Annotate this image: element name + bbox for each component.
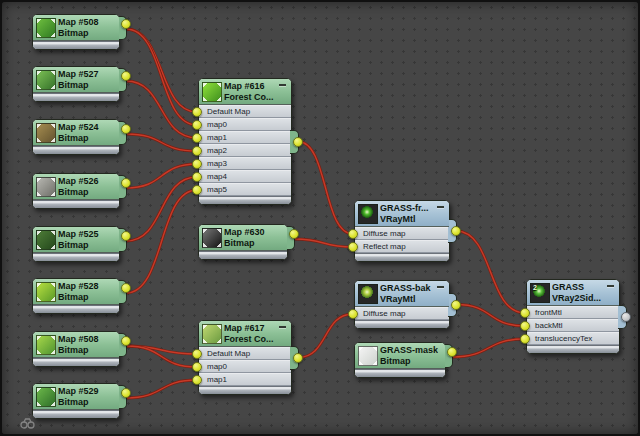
node-graph-canvas[interactable]: Map #508BitmapMap #527BitmapMap #524Bitm… — [2, 2, 638, 434]
node-header[interactable]: Map #525Bitmap — [33, 227, 119, 253]
node-footer-grip[interactable] — [33, 410, 119, 418]
node-grassfr[interactable]: GRASS-fr...VRayMtlDiffuse mapReflect map — [354, 200, 450, 262]
input-slot-default-map[interactable]: Default Map — [199, 347, 291, 360]
connection-wire[interactable] — [456, 231, 525, 313]
node-header[interactable]: Map #526Bitmap — [33, 174, 119, 200]
output-socket[interactable] — [293, 137, 303, 147]
node-header[interactable]: Map #529Bitmap — [33, 384, 119, 410]
node-map525[interactable]: Map #525Bitmap — [32, 226, 120, 262]
connection-wire[interactable] — [126, 134, 197, 151]
node-header[interactable]: 2GRASSVRay2Sid... — [527, 280, 619, 306]
input-slot-map4[interactable]: map4 — [199, 170, 291, 183]
node-header[interactable]: Map #617Forest Co... — [199, 321, 291, 347]
node-footer-grip[interactable] — [527, 345, 619, 353]
connection-wire[interactable] — [298, 314, 353, 358]
input-socket[interactable] — [192, 159, 202, 169]
node-header[interactable]: Map #524Bitmap — [33, 120, 119, 146]
node-footer-grip[interactable] — [199, 386, 291, 394]
input-slot-map1[interactable]: map1 — [199, 373, 291, 386]
input-slot-frontmtl[interactable]: frontMtl — [527, 306, 619, 319]
collapse-icon[interactable] — [279, 84, 286, 86]
output-socket[interactable] — [121, 19, 131, 29]
input-socket[interactable] — [192, 185, 202, 195]
node-footer-grip[interactable] — [33, 253, 119, 261]
connection-wire[interactable] — [126, 134, 197, 151]
output-socket[interactable] — [293, 353, 303, 363]
input-socket[interactable] — [192, 107, 202, 117]
node-grassmask[interactable]: GRASS-maskBitmap — [354, 342, 446, 378]
node-grassbak[interactable]: GRASS-bakVRayMtlDiffuse map — [354, 280, 450, 329]
input-slot-default-map[interactable]: Default Map — [199, 105, 291, 118]
connection-wire[interactable] — [126, 29, 197, 125]
input-socket[interactable] — [520, 334, 530, 344]
connection-wire[interactable] — [294, 239, 353, 247]
connection-wire[interactable] — [126, 29, 197, 112]
output-socket[interactable] — [121, 124, 131, 134]
input-socket[interactable] — [520, 308, 530, 318]
connection-wire[interactable] — [294, 239, 353, 247]
node-footer-grip[interactable] — [33, 146, 119, 154]
node-footer-grip[interactable] — [199, 251, 287, 259]
node-header[interactable]: Map #528Bitmap — [33, 279, 119, 305]
input-slot-map0[interactable]: map0 — [199, 360, 291, 373]
connection-wire[interactable] — [126, 346, 197, 354]
node-footer-grip[interactable] — [355, 253, 449, 261]
output-socket[interactable] — [121, 388, 131, 398]
connection-wire[interactable] — [126, 346, 197, 354]
connection-wire[interactable] — [126, 29, 197, 125]
input-slot-translucencytex[interactable]: translucencyTex — [527, 332, 619, 345]
connection-wire[interactable] — [126, 177, 197, 241]
output-socket[interactable] — [121, 231, 131, 241]
input-socket[interactable] — [192, 146, 202, 156]
collapse-icon[interactable] — [607, 285, 614, 287]
node-map508a[interactable]: Map #508Bitmap — [32, 14, 120, 50]
connection-wire[interactable] — [126, 190, 197, 293]
connection-wire[interactable] — [126, 190, 197, 293]
node-map508b[interactable]: Map #508Bitmap — [32, 331, 120, 367]
output-socket[interactable] — [121, 71, 131, 81]
connection-wire[interactable] — [456, 305, 525, 327]
node-grass[interactable]: 2GRASSVRay2Sid...frontMtlbackMtltransluc… — [526, 279, 620, 354]
node-map524[interactable]: Map #524Bitmap — [32, 119, 120, 155]
node-header[interactable]: GRASS-fr...VRayMtl — [355, 201, 449, 227]
node-map616[interactable]: Map #616Forest Co...Default Mapmap0map1m… — [198, 78, 292, 205]
connection-wire[interactable] — [126, 177, 197, 241]
input-slot-reflect-map[interactable]: Reflect map — [355, 240, 449, 253]
connection-wire[interactable] — [298, 142, 353, 235]
node-footer-grip[interactable] — [199, 196, 291, 204]
input-socket[interactable] — [192, 362, 202, 372]
input-socket[interactable] — [192, 349, 202, 359]
output-socket[interactable] — [121, 178, 131, 188]
output-socket[interactable] — [121, 283, 131, 293]
connection-wire[interactable] — [126, 164, 197, 188]
connection-wire[interactable] — [126, 29, 197, 112]
node-map529[interactable]: Map #529Bitmap — [32, 383, 120, 419]
node-footer-grip[interactable] — [33, 305, 119, 313]
output-socket[interactable] — [447, 347, 457, 357]
connection-wire[interactable] — [126, 380, 197, 398]
output-socket[interactable] — [121, 336, 131, 346]
connection-wire[interactable] — [126, 81, 197, 138]
connection-wire[interactable] — [456, 231, 525, 313]
output-socket[interactable] — [621, 312, 631, 322]
connection-wire[interactable] — [126, 81, 197, 138]
connection-wire[interactable] — [452, 339, 525, 357]
connection-wire[interactable] — [126, 164, 197, 188]
input-socket[interactable] — [348, 242, 358, 252]
collapse-icon[interactable] — [437, 286, 444, 288]
input-socket[interactable] — [348, 229, 358, 239]
input-socket[interactable] — [192, 172, 202, 182]
input-slot-diffuse-map[interactable]: Diffuse map — [355, 307, 449, 320]
input-slot-backmtl[interactable]: backMtl — [527, 319, 619, 332]
node-map630[interactable]: Map #630Bitmap — [198, 224, 288, 260]
node-header[interactable]: Map #616Forest Co... — [199, 79, 291, 105]
input-slot-map1[interactable]: map1 — [199, 131, 291, 144]
input-slot-map2[interactable]: map2 — [199, 144, 291, 157]
node-footer-grip[interactable] — [33, 41, 119, 49]
input-socket[interactable] — [520, 321, 530, 331]
connection-wire[interactable] — [452, 339, 525, 357]
connection-wire[interactable] — [126, 346, 197, 367]
node-map617[interactable]: Map #617Forest Co...Default Mapmap0map1 — [198, 320, 292, 395]
input-slot-map5[interactable]: map5 — [199, 183, 291, 196]
output-socket[interactable] — [289, 229, 299, 239]
